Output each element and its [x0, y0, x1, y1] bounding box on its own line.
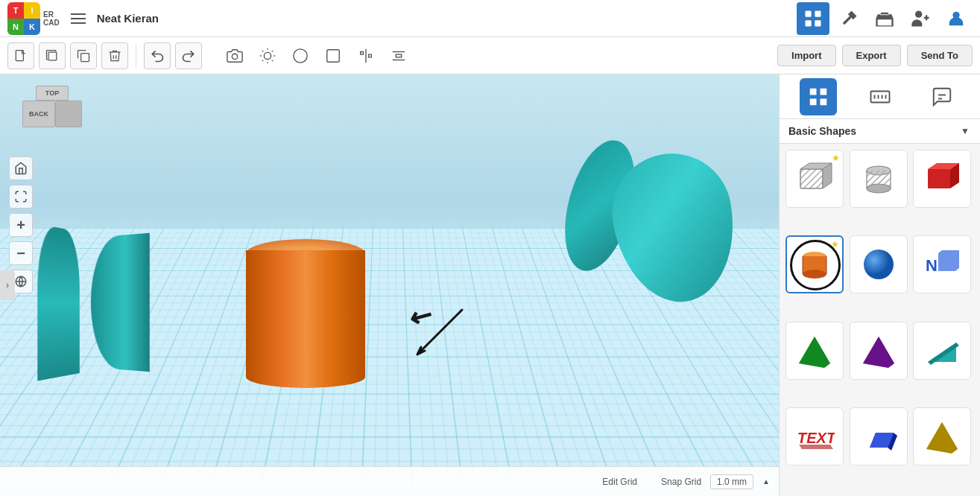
shape-item-sphere-blue[interactable] [850, 235, 908, 293]
light-button[interactable] [254, 42, 281, 69]
redo-button[interactable] [175, 42, 202, 69]
shape-item-prism-blue[interactable] [850, 407, 908, 465]
hamburger-line [71, 22, 86, 24]
logo-k: K [24, 19, 40, 35]
edit-grid-label[interactable]: Edit Grid [602, 477, 637, 487]
svg-marker-68 [799, 445, 833, 449]
svg-point-12 [264, 52, 271, 59]
new-button[interactable] [7, 42, 34, 69]
panel-tab-grid[interactable] [800, 78, 837, 115]
shape-item-pyramid-yellow[interactable] [913, 407, 971, 465]
snap-value[interactable]: 1.0 mm [710, 474, 753, 489]
svg-point-4 [915, 10, 922, 17]
pyramid-green-svg [794, 331, 835, 371]
rect-tool-button[interactable] [320, 42, 347, 69]
panel-title: Basic Shapes [788, 125, 856, 137]
circle-tool-icon [292, 48, 309, 64]
add-user-icon [910, 8, 931, 29]
nav-export-button[interactable] [868, 2, 901, 35]
arrow-svg [395, 302, 484, 362]
svg-rect-50 [928, 169, 950, 188]
shape-item-pyramid-green[interactable] [785, 322, 844, 380]
panel-collapse-button[interactable]: › [0, 270, 15, 300]
svg-point-55 [803, 270, 826, 279]
shape-item-text-3d[interactable]: N [913, 235, 971, 293]
panel-dropdown-button[interactable]: ▼ [959, 125, 971, 137]
toolbar-separator [136, 45, 136, 67]
nav-build-button[interactable] [832, 2, 865, 35]
svg-marker-73 [926, 422, 958, 454]
import-button[interactable]: Import [777, 45, 835, 66]
viewport[interactable]: TOP BACK + − [0, 74, 779, 496]
svg-rect-26 [396, 54, 401, 57]
zoom-out-button[interactable]: − [9, 241, 33, 265]
shape-item-text-block[interactable]: TEXT [785, 407, 844, 465]
profile-icon [946, 8, 967, 29]
circle-tool-button[interactable] [287, 42, 314, 69]
star-badge: ★ [832, 153, 840, 163]
toolbar: Import Export Send To [0, 37, 980, 74]
svg-point-58 [864, 249, 894, 279]
svg-marker-62 [799, 337, 830, 368]
export-button[interactable]: Export [842, 45, 901, 66]
red-box-svg [922, 159, 962, 199]
grid-panel-icon [807, 86, 829, 108]
cube-top-face: TOP [36, 86, 69, 101]
nav-add-user-button[interactable] [904, 2, 937, 35]
send-to-button[interactable]: Send To [907, 45, 973, 66]
fit-icon [14, 190, 28, 203]
nav-grid-button[interactable] [797, 2, 829, 35]
shape-item-red-box[interactable] [913, 150, 971, 208]
svg-point-47 [867, 184, 891, 193]
teal-shape-left2 [91, 233, 150, 372]
snap-icon[interactable]: ▲ [762, 477, 770, 486]
orange-cylinder-shape[interactable] [246, 239, 365, 388]
app-logo[interactable]: T I N K ERCAD [7, 2, 60, 35]
svg-line-16 [272, 60, 273, 60]
prism-blue-svg [859, 416, 899, 457]
text-3d-svg: N [922, 244, 962, 284]
star-badge-cylinder: ★ [831, 239, 839, 249]
logo-text: ERCAD [43, 10, 60, 27]
grid-icon [803, 8, 823, 29]
logo-i: I [24, 2, 40, 19]
hamburger-button[interactable] [67, 7, 89, 30]
toolbar-right: Import Export Send To [777, 45, 973, 66]
distribute-button[interactable] [385, 42, 412, 69]
zoom-in-button[interactable]: + [9, 213, 33, 237]
shape-item-box-starred[interactable]: ★ [785, 150, 844, 208]
shape-item-cylinder-shape[interactable] [850, 150, 908, 208]
shape-item-pyramid-purple[interactable] [850, 322, 908, 380]
delete-button[interactable] [101, 42, 128, 69]
duplicate-button[interactable] [39, 42, 66, 69]
main-area: TOP BACK + − [0, 74, 980, 496]
project-name[interactable]: Neat Kieran [97, 12, 159, 25]
ruler-icon [869, 86, 891, 108]
svg-rect-33 [870, 91, 889, 102]
camera-button[interactable] [221, 42, 248, 69]
fit-view-button[interactable] [9, 185, 33, 209]
svg-rect-32 [820, 98, 826, 105]
panel-tabs [780, 74, 980, 119]
wedge-teal-svg [922, 331, 962, 371]
redo-icon [181, 48, 196, 63]
svg-rect-30 [820, 88, 826, 95]
copy-button[interactable] [70, 42, 97, 69]
right-panel: Basic Shapes ▼ ★ [779, 74, 980, 496]
svg-text:TEXT: TEXT [797, 430, 835, 446]
nav-profile-button[interactable] [940, 2, 973, 35]
logo-t: T [7, 2, 24, 19]
home-view-button[interactable] [9, 156, 33, 180]
panel-tab-ruler[interactable] [862, 78, 899, 115]
duplicate-icon [45, 48, 60, 63]
align-button[interactable] [353, 42, 379, 69]
shape-item-wedge-teal[interactable] [913, 322, 971, 380]
svg-rect-41 [800, 169, 823, 188]
nav-cube[interactable]: TOP BACK [22, 86, 82, 145]
svg-marker-60 [938, 250, 959, 271]
shape-item-cylinder-orange[interactable]: ★ [785, 235, 844, 293]
distribute-icon [391, 48, 407, 64]
undo-button[interactable] [144, 42, 171, 69]
panel-tab-notes[interactable] [923, 78, 961, 115]
box-starred-svg [794, 159, 835, 199]
